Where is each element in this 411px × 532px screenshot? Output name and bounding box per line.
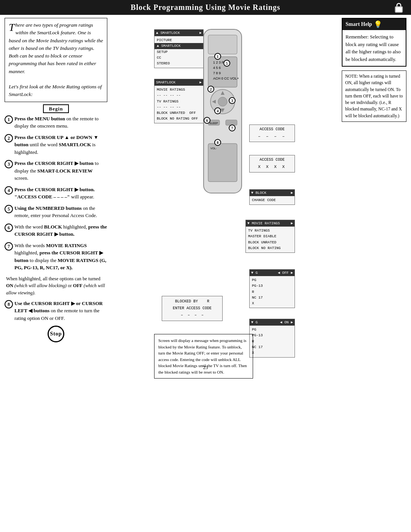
screen-3: ACCESS CODE – – – – [249, 125, 295, 142]
left-column: T here are two types of program ratings … [5, 18, 107, 361]
svg-rect-0 [395, 7, 402, 12]
blocked-by-row: BLOCKED BY R [165, 298, 219, 305]
screen-5-header: ▼ BLOCK ▶ [250, 190, 295, 196]
diagram-area: ▲ SMARTLOCK ▶ PICTURE ▲ SMARTLOCK SETUP … [154, 18, 295, 361]
screen-8-container: ▼ G ◀ ON ▶ PG PG-13 R NC 17 X [249, 319, 295, 358]
smart-help-header: Smart Help 💡 [342, 19, 406, 30]
stop-label: Stop [5, 326, 107, 342]
screen-bottom: BLOCKED BY R ENTER ACCESS CODE – – – – [162, 296, 223, 321]
bottom-caption: Screen will display a message when progr… [154, 334, 253, 379]
screen-6: ▼ MOVIE RATINGS ▶ TV RATINGS MASTER DIAB… [245, 220, 295, 253]
screen-7: ▼ G ◀ OFF ▶ PG PG-13 R NC 17 X [249, 269, 295, 308]
screen-3-dashes: – – – – [252, 133, 292, 140]
step-num-3: 3 [5, 160, 13, 168]
step-1: 1 Press the MENU button on the remote to… [5, 115, 107, 130]
step-4: 4 Press the CURSOR RIGHT ▶ button. "ACCE… [5, 186, 107, 201]
screen-3-title: ACCESS CODE [252, 126, 292, 133]
svg-text:7  8  9: 7 8 9 [213, 71, 221, 75]
right-note: NOTE: When a rating is turned ON, all hi… [342, 70, 406, 122]
step-overlay-4: 4 [214, 107, 221, 114]
step-overlay-7: 7 [229, 125, 236, 131]
step-2: 2 Press the CURSOR UP ▲ or DOWN ▼ button… [5, 134, 107, 156]
stop-badge: Stop [48, 326, 64, 342]
smart-help-text: Remember: Selecting to block any rating … [346, 34, 401, 62]
intro-text: here are two types of program ratings wi… [9, 22, 103, 74]
svg-text:SLEEP: SLEEP [209, 122, 218, 125]
step-num-6: 6 [5, 224, 13, 232]
code-dashes-row: – – – – [165, 312, 219, 319]
screen-6-header: ▼ MOVIE RATINGS ▶ [246, 220, 295, 227]
begin-label: Begin [5, 106, 107, 112]
svg-text:4  5  6: 4 5 6 [213, 66, 221, 70]
screen-5: ▼ BLOCK ▶ CHANGE CODE [249, 189, 295, 205]
step-6: 6 With the word BLOCK highlighted, press… [5, 223, 107, 238]
step-overlay-5: 5 [223, 60, 230, 67]
intro-box: T here are two types of program ratings … [5, 18, 107, 102]
step-overlay-8: 8 [214, 139, 221, 146]
step-overlay-3: 3 [229, 97, 236, 104]
bottom-caption-container: Screen will display a message when progr… [154, 330, 253, 379]
screen-4-container: ACCESS CODE X X X X [249, 155, 295, 173]
svg-rect-3 [208, 35, 237, 54]
smart-help-box: Smart Help 💡 Remember: Selecting to bloc… [342, 18, 406, 67]
remote-illustration: 1 2 3 PWR 4 5 6 7 8 9 ACH 0 CC VOL+ SLEE… [192, 26, 253, 225]
lock-icon [394, 2, 403, 13]
page-header: Block Programming Using Movie Ratings [0, 0, 411, 15]
step-8: 8 Use the CURSOR RIGHT ▶ or CURSOR LEFT … [5, 300, 107, 322]
step-7: 7 With the words MOVIE RATINGS highlight… [5, 242, 107, 272]
step-overlay-1: 1 [214, 53, 221, 60]
svg-text:ACH 0  CC  VOL+: ACH 0 CC VOL+ [213, 77, 239, 80]
screen-4: ACCESS CODE X X X X [249, 155, 295, 173]
step-overlay-2: 2 [207, 86, 214, 93]
right-column: Smart Help 💡 Remember: Selecting to bloc… [342, 18, 406, 361]
screen-8-header: ▼ G ◀ ON ▶ [250, 319, 295, 326]
screen-5-container: ▼ BLOCK ▶ CHANGE CODE [249, 189, 295, 205]
remote-svg: 1 2 3 PWR 4 5 6 7 8 9 ACH 0 CC VOL+ SLEE… [192, 26, 253, 224]
step-5: 5 Using the NUMBERED buttons on the remo… [5, 204, 107, 219]
step-3: 3 Press the CURSOR RIGHT ▶ button to dis… [5, 160, 107, 182]
svg-text:VOL-: VOL- [210, 147, 217, 150]
screen-6-container: ▼ MOVIE RATINGS ▶ TV RATINGS MASTER DIAB… [245, 220, 295, 253]
middle-column: ▲ SMARTLOCK ▶ PICTURE ▲ SMARTLOCK SETUP … [110, 18, 339, 361]
drop-cap: T [9, 22, 15, 33]
steps-list: 1 Press the MENU button on the remote to… [5, 115, 107, 322]
screen-3-container: ACCESS CODE – – – – [249, 125, 295, 142]
bulb-icon: 💡 [374, 20, 382, 29]
step-num-4: 4 [5, 186, 13, 195]
step-overlay-6: 6 [204, 117, 210, 124]
step-num-8: 8 [5, 300, 13, 308]
screen-7-container: ▼ G ◀ OFF ▶ PG PG-13 R NC 17 X [249, 269, 295, 308]
step-num-1: 1 [5, 115, 13, 124]
screen-8: ▼ G ◀ ON ▶ PG PG-13 R NC 17 X [249, 319, 295, 358]
screen-4-title: ACCESS CODE [252, 157, 292, 163]
step-num-7: 7 [5, 242, 13, 251]
screen-7-header: ▼ G ◀ OFF ▶ [250, 270, 295, 276]
step-num-5: 5 [5, 205, 13, 213]
smart-help-title: Smart Help [346, 21, 372, 27]
screen-bottom-container: BLOCKED BY R ENTER ACCESS CODE – – – – [162, 296, 223, 321]
smart-help-body: Remember: Selecting to block any rating … [342, 30, 406, 66]
when-highlighted-note: When highlighted, all these options can … [6, 275, 107, 297]
intro-subtitle: Let's first look at the Movie Rating opt… [9, 84, 102, 97]
screen-4-xxxx: X X X X [252, 164, 292, 171]
step-num-2: 2 [5, 134, 13, 142]
page-title: Block Programming Using Movie Ratings [131, 3, 280, 11]
svg-point-10 [218, 97, 227, 106]
enter-code-row: ENTER ACCESS CODE [165, 305, 219, 312]
